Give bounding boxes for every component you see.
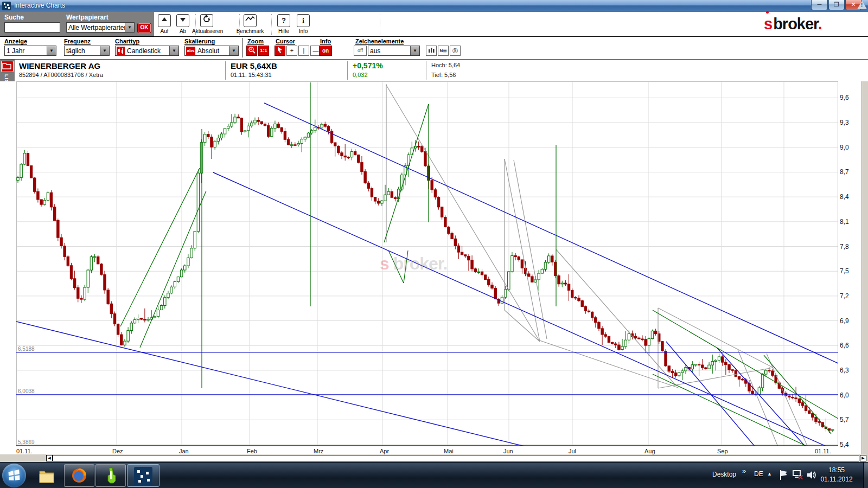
chevron-expand[interactable]: » xyxy=(742,467,746,475)
splits-button[interactable]: Ⓢ xyxy=(450,46,461,56)
language-indicator[interactable]: DE xyxy=(754,470,763,478)
x-axis-tick: 01.11. xyxy=(16,448,33,454)
charttyp-label: Charttyp xyxy=(115,38,139,45)
y-axis-tick: 7,2 xyxy=(840,292,849,300)
chevron-down-icon[interactable]: ▼ xyxy=(169,46,178,55)
y-axis-tick: 9,6 xyxy=(840,94,849,101)
taskbar-firefox-button[interactable] xyxy=(64,464,94,487)
network-icon[interactable]: ✕ xyxy=(792,470,804,480)
scrollbar-thumb[interactable] xyxy=(53,455,859,461)
x-axis-tick: Feb xyxy=(247,448,257,454)
y-axis-tick: 8,4 xyxy=(840,193,849,201)
x-axis-tick: Jul xyxy=(569,448,576,454)
benchmark-button[interactable]: Benchmark xyxy=(235,14,265,34)
svg-text:✕: ✕ xyxy=(797,473,803,480)
linechart-icon xyxy=(244,14,257,27)
cursor-vline-button[interactable]: | xyxy=(298,46,309,56)
firefox-icon xyxy=(65,465,94,486)
start-button[interactable] xyxy=(2,464,26,487)
info-label: Info xyxy=(320,38,331,45)
anzeige-dropdown[interactable]: 1 Jahr ▼ xyxy=(4,46,56,56)
sbroker-logo: sbroker. xyxy=(764,15,822,33)
skalierung-dropdown[interactable]: abs Absolut ▼ xyxy=(184,46,239,56)
folder-icon xyxy=(1,61,14,72)
magnifier-plus-icon xyxy=(248,46,256,54)
clock-date: 01.11.2012 xyxy=(813,475,860,484)
vertical-scrollbar[interactable] xyxy=(861,81,868,454)
x-axis-tick: Mrz xyxy=(314,448,323,454)
zeichen-off-button[interactable]: off xyxy=(354,46,367,56)
candlestick-icon xyxy=(117,47,125,55)
info-icon: i xyxy=(297,14,310,27)
chevron-down-icon[interactable]: ▼ xyxy=(47,46,56,55)
skalierung-value: Absolut xyxy=(197,47,219,55)
chart-region: s broker. 9,69,39,08,78,48,17,87,57,26,9… xyxy=(0,81,868,462)
scroll-left-button[interactable]: ◀ xyxy=(46,455,53,461)
y-axis-tick: 6,6 xyxy=(840,342,849,349)
x-axis-tick: Apr xyxy=(380,448,389,454)
search-label: Suche xyxy=(4,14,24,21)
anzeige-label: Anzeige xyxy=(4,38,27,45)
scroll-right-button[interactable]: ▶ xyxy=(860,455,866,461)
zeichen-value: aus xyxy=(370,47,380,55)
refresh-icon xyxy=(200,14,213,27)
interactive-charts-icon xyxy=(134,467,152,485)
support-level-label: 6,0038 xyxy=(18,388,35,394)
main-toolbar: Suche Wertpapierart Alle Wertpapierarten… xyxy=(0,12,868,37)
volume-bars-button[interactable] xyxy=(426,46,437,56)
x-axis-tick: Mai xyxy=(444,448,454,454)
cursor-arrow-button[interactable] xyxy=(275,46,285,56)
info-on-button[interactable]: on xyxy=(319,46,332,56)
abs-badge: abs xyxy=(186,47,195,55)
instrument-identifiers: 852894 / AT0000831706 / Xetra xyxy=(19,72,103,78)
wertpapierart-value: Alle Wertpapierarten xyxy=(68,24,127,31)
chevron-down-icon[interactable]: ▼ xyxy=(125,23,134,32)
change-percent: +0,571% xyxy=(353,61,383,70)
chevron-down-icon[interactable]: ▼ xyxy=(100,46,109,55)
y-axis-tick: 6,0 xyxy=(840,391,849,399)
tray-expand-icon[interactable]: ▲ xyxy=(767,471,772,477)
info-button[interactable]: iInfo xyxy=(289,14,318,34)
search-input[interactable] xyxy=(4,22,60,33)
y-axis-tick: 7,8 xyxy=(840,243,849,251)
x-axis-tick: Jun xyxy=(503,448,513,454)
window-title: Interactive Charts xyxy=(14,2,65,9)
watermark-logo: s broker. xyxy=(380,254,447,274)
show-desktop-button[interactable] xyxy=(863,463,868,488)
action-center-flag-icon[interactable] xyxy=(779,470,789,480)
window-titlebar[interactable]: Interactive Charts ─ ❐ ✕ ! xyxy=(0,0,868,12)
frequenz-dropdown[interactable]: täglich ▼ xyxy=(64,46,110,56)
y-axis-tick: 8,7 xyxy=(840,168,849,176)
desktop-toolbar-label[interactable]: Desktop xyxy=(712,471,736,478)
cursor-label: Cursor xyxy=(276,38,295,45)
x-axis-tick: Sep xyxy=(717,448,728,454)
anzeige-value: 1 Jahr xyxy=(7,47,24,55)
restore-button[interactable]: ❐ xyxy=(828,0,845,10)
chevron-down-icon[interactable]: ▼ xyxy=(229,46,238,55)
taskbar-app-green-button[interactable] xyxy=(95,464,126,487)
green-app-icon xyxy=(96,465,125,486)
clock[interactable]: 18:55 01.11.2012 xyxy=(813,466,860,484)
day-low: Tief: 5,56 xyxy=(431,72,456,78)
x-axis-tick: Dez xyxy=(112,448,123,454)
taskbar-interactive-charts-button[interactable] xyxy=(127,464,159,487)
cursor-cross-button[interactable]: + xyxy=(286,46,297,56)
taskbar-explorer-button[interactable] xyxy=(31,464,62,487)
zoom-in-button[interactable] xyxy=(246,46,257,56)
y-axis-tick: 5,4 xyxy=(840,441,849,448)
zeichen-dropdown[interactable]: aus ▼ xyxy=(368,46,420,56)
zoom-1-1-button[interactable]: 1:1 xyxy=(258,46,269,56)
charttyp-dropdown[interactable]: Candlestick ▼ xyxy=(115,46,179,56)
minimize-button[interactable]: ─ xyxy=(811,0,828,10)
support-level-label: 6,5188 xyxy=(18,346,35,352)
instrument-name: WIENERBERGER AG xyxy=(19,61,100,70)
news-button[interactable]: N☰ xyxy=(438,46,449,56)
day-high: Hoch: 5,64 xyxy=(431,62,460,68)
y-axis-tick: 8,1 xyxy=(840,218,849,226)
horizontal-scrollbar[interactable]: ◀ ▶ xyxy=(0,454,868,462)
chevron-down-icon[interactable]: ▼ xyxy=(410,46,419,55)
x-axis-tick: Aug xyxy=(644,448,655,454)
wertpapierart-label: Wertpapierart xyxy=(66,14,108,21)
wertpapierart-dropdown[interactable]: Alle Wertpapierarten ▼ xyxy=(66,22,135,33)
aktualisieren-button[interactable]: Aktualisieren xyxy=(192,14,221,34)
